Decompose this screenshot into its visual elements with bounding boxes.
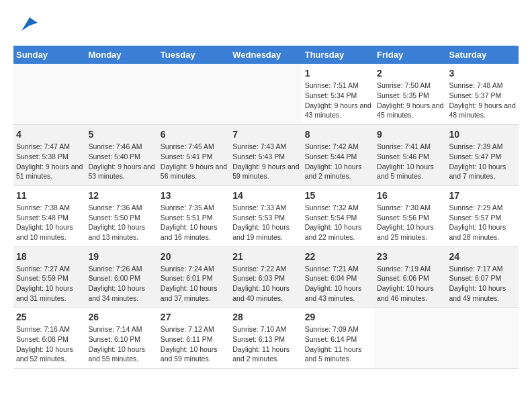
calendar-cell: 19Sunrise: 7:26 AM Sunset: 6:00 PM Dayli… <box>85 246 157 308</box>
calendar-cell: 6Sunrise: 7:45 AM Sunset: 5:41 PM Daylig… <box>158 125 230 186</box>
weekday-header-wednesday: Wednesday <box>230 46 302 64</box>
day-info: Sunrise: 7:32 AM Sunset: 5:54 PM Dayligh… <box>305 203 371 242</box>
day-info: Sunrise: 7:21 AM Sunset: 6:04 PM Dayligh… <box>305 264 371 304</box>
day-number: 25 <box>16 312 83 322</box>
calendar-cell <box>85 64 157 124</box>
day-number: 4 <box>16 129 83 140</box>
day-number: 5 <box>88 129 154 140</box>
calendar-week-5: 25Sunrise: 7:16 AM Sunset: 6:08 PM Dayli… <box>13 308 519 369</box>
calendar-cell: 14Sunrise: 7:33 AM Sunset: 5:53 PM Dayli… <box>230 185 302 246</box>
logo <box>13 13 38 39</box>
calendar-cell: 22Sunrise: 7:21 AM Sunset: 6:04 PM Dayli… <box>302 246 374 308</box>
day-number: 18 <box>16 251 83 262</box>
day-info: Sunrise: 7:38 AM Sunset: 5:48 PM Dayligh… <box>16 203 83 242</box>
day-info: Sunrise: 7:41 AM Sunset: 5:46 PM Dayligh… <box>377 142 443 181</box>
calendar-table: SundayMondayTuesdayWednesdayThursdayFrid… <box>13 46 519 369</box>
day-info: Sunrise: 7:10 AM Sunset: 6:13 PM Dayligh… <box>232 324 299 364</box>
calendar-cell: 25Sunrise: 7:16 AM Sunset: 6:08 PM Dayli… <box>13 308 85 369</box>
day-number: 28 <box>232 312 299 322</box>
day-info: Sunrise: 7:48 AM Sunset: 5:37 PM Dayligh… <box>449 81 516 120</box>
day-info: Sunrise: 7:27 AM Sunset: 5:59 PM Dayligh… <box>16 264 83 304</box>
day-number: 17 <box>449 190 516 201</box>
day-info: Sunrise: 7:22 AM Sunset: 6:03 PM Dayligh… <box>232 264 299 304</box>
day-number: 24 <box>449 251 516 262</box>
day-number: 22 <box>305 251 371 262</box>
calendar-week-2: 4Sunrise: 7:47 AM Sunset: 5:38 PM Daylig… <box>13 125 519 186</box>
day-number: 13 <box>161 190 227 201</box>
day-number: 21 <box>232 251 299 262</box>
day-number: 26 <box>88 312 154 322</box>
calendar-cell: 21Sunrise: 7:22 AM Sunset: 6:03 PM Dayli… <box>230 246 302 308</box>
day-info: Sunrise: 7:09 AM Sunset: 6:14 PM Dayligh… <box>305 324 371 364</box>
day-info: Sunrise: 7:24 AM Sunset: 6:01 PM Dayligh… <box>161 264 227 304</box>
weekday-header-saturday: Saturday <box>447 46 519 64</box>
day-info: Sunrise: 7:50 AM Sunset: 5:35 PM Dayligh… <box>377 81 443 120</box>
day-info: Sunrise: 7:35 AM Sunset: 5:51 PM Dayligh… <box>161 203 227 242</box>
calendar-cell <box>230 64 302 124</box>
calendar-cell <box>447 308 519 369</box>
calendar-cell: 12Sunrise: 7:36 AM Sunset: 5:50 PM Dayli… <box>85 185 157 246</box>
day-number: 9 <box>377 129 443 140</box>
calendar-cell: 20Sunrise: 7:24 AM Sunset: 6:01 PM Dayli… <box>158 246 230 308</box>
calendar-cell: 8Sunrise: 7:42 AM Sunset: 5:44 PM Daylig… <box>302 125 374 186</box>
day-info: Sunrise: 7:33 AM Sunset: 5:53 PM Dayligh… <box>232 203 299 242</box>
day-number: 3 <box>449 68 516 79</box>
day-number: 12 <box>88 190 154 201</box>
day-info: Sunrise: 7:29 AM Sunset: 5:57 PM Dayligh… <box>449 203 516 242</box>
calendar-cell <box>158 64 230 124</box>
day-info: Sunrise: 7:46 AM Sunset: 5:40 PM Dayligh… <box>88 142 154 181</box>
weekday-header-tuesday: Tuesday <box>158 46 230 64</box>
calendar-cell: 4Sunrise: 7:47 AM Sunset: 5:38 PM Daylig… <box>13 125 85 186</box>
calendar-cell: 13Sunrise: 7:35 AM Sunset: 5:51 PM Dayli… <box>158 185 230 246</box>
day-number: 20 <box>161 251 227 262</box>
calendar-cell: 24Sunrise: 7:17 AM Sunset: 6:07 PM Dayli… <box>447 246 519 308</box>
calendar-week-4: 18Sunrise: 7:27 AM Sunset: 5:59 PM Dayli… <box>13 246 519 308</box>
svg-marker-0 <box>21 17 38 31</box>
day-number: 14 <box>232 190 299 201</box>
logo-bird-icon <box>16 13 38 35</box>
calendar-cell: 11Sunrise: 7:38 AM Sunset: 5:48 PM Dayli… <box>13 185 85 246</box>
calendar-cell: 15Sunrise: 7:32 AM Sunset: 5:54 PM Dayli… <box>302 185 374 246</box>
calendar-cell: 3Sunrise: 7:48 AM Sunset: 5:37 PM Daylig… <box>447 64 519 124</box>
day-info: Sunrise: 7:45 AM Sunset: 5:41 PM Dayligh… <box>161 142 227 181</box>
weekday-header-thursday: Thursday <box>302 46 374 64</box>
day-info: Sunrise: 7:19 AM Sunset: 6:06 PM Dayligh… <box>377 264 443 304</box>
day-info: Sunrise: 7:47 AM Sunset: 5:38 PM Dayligh… <box>16 142 83 181</box>
calendar-cell <box>13 64 85 124</box>
calendar-cell <box>374 308 446 369</box>
calendar-cell: 7Sunrise: 7:43 AM Sunset: 5:43 PM Daylig… <box>230 125 302 186</box>
day-info: Sunrise: 7:30 AM Sunset: 5:56 PM Dayligh… <box>377 203 443 242</box>
day-number: 8 <box>305 129 371 140</box>
day-info: Sunrise: 7:12 AM Sunset: 6:11 PM Dayligh… <box>161 324 227 364</box>
day-info: Sunrise: 7:51 AM Sunset: 5:34 PM Dayligh… <box>305 81 371 120</box>
day-number: 16 <box>377 190 443 201</box>
day-info: Sunrise: 7:17 AM Sunset: 6:07 PM Dayligh… <box>449 264 516 304</box>
calendar-cell: 28Sunrise: 7:10 AM Sunset: 6:13 PM Dayli… <box>230 308 302 369</box>
day-info: Sunrise: 7:43 AM Sunset: 5:43 PM Dayligh… <box>232 142 299 181</box>
day-info: Sunrise: 7:36 AM Sunset: 5:50 PM Dayligh… <box>88 203 154 242</box>
calendar-cell: 17Sunrise: 7:29 AM Sunset: 5:57 PM Dayli… <box>447 185 519 246</box>
calendar-week-3: 11Sunrise: 7:38 AM Sunset: 5:48 PM Dayli… <box>13 185 519 246</box>
logo-text <box>13 13 38 39</box>
calendar-cell: 2Sunrise: 7:50 AM Sunset: 5:35 PM Daylig… <box>374 64 446 124</box>
weekday-header-row: SundayMondayTuesdayWednesdayThursdayFrid… <box>13 46 519 64</box>
day-number: 7 <box>232 129 299 140</box>
calendar-cell: 16Sunrise: 7:30 AM Sunset: 5:56 PM Dayli… <box>374 185 446 246</box>
day-info: Sunrise: 7:39 AM Sunset: 5:47 PM Dayligh… <box>449 142 516 181</box>
calendar-cell: 27Sunrise: 7:12 AM Sunset: 6:11 PM Dayli… <box>158 308 230 369</box>
day-number: 27 <box>161 312 227 322</box>
day-number: 29 <box>305 312 371 322</box>
day-info: Sunrise: 7:14 AM Sunset: 6:10 PM Dayligh… <box>88 324 154 364</box>
calendar-body: 1Sunrise: 7:51 AM Sunset: 5:34 PM Daylig… <box>13 64 519 368</box>
calendar-cell: 9Sunrise: 7:41 AM Sunset: 5:46 PM Daylig… <box>374 125 446 186</box>
calendar-cell: 5Sunrise: 7:46 AM Sunset: 5:40 PM Daylig… <box>85 125 157 186</box>
day-info: Sunrise: 7:26 AM Sunset: 6:00 PM Dayligh… <box>88 264 154 304</box>
calendar-cell: 26Sunrise: 7:14 AM Sunset: 6:10 PM Dayli… <box>85 308 157 369</box>
day-info: Sunrise: 7:16 AM Sunset: 6:08 PM Dayligh… <box>16 324 83 364</box>
weekday-header-sunday: Sunday <box>13 46 85 64</box>
day-info: Sunrise: 7:42 AM Sunset: 5:44 PM Dayligh… <box>305 142 371 181</box>
calendar-header: SundayMondayTuesdayWednesdayThursdayFrid… <box>13 46 519 64</box>
day-number: 6 <box>161 129 227 140</box>
calendar-cell: 29Sunrise: 7:09 AM Sunset: 6:14 PM Dayli… <box>302 308 374 369</box>
day-number: 2 <box>377 68 443 79</box>
